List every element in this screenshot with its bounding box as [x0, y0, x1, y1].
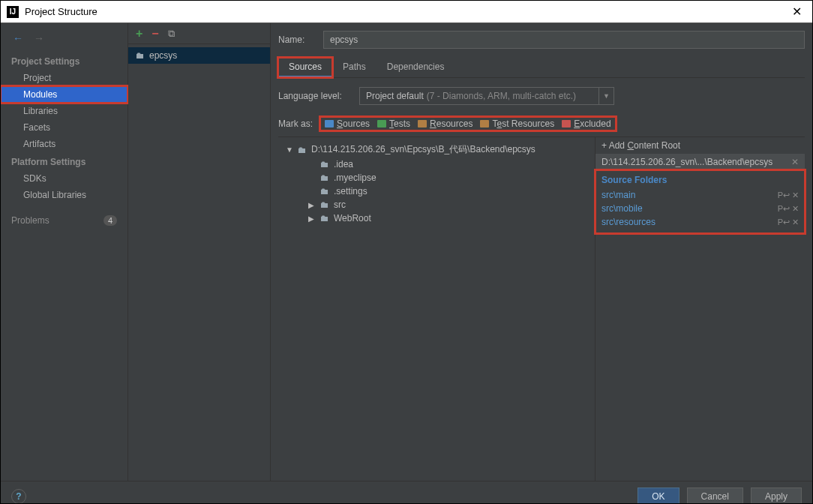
language-level-select[interactable]: Project default (7 - Diamonds, ARM, mult… — [359, 87, 614, 105]
tree-item-src[interactable]: ▶ 🖿 src — [278, 198, 595, 212]
sidebar-item-modules[interactable]: Modules — [1, 86, 128, 103]
module-list-panel: + − ⧉ 🖿 epcsys — [128, 23, 271, 481]
source-folders-section: Source Folders src\main P↩✕ src\mobile P… — [596, 170, 805, 233]
source-folders-title: Source Folders — [602, 175, 799, 185]
section-project-settings: Project Settings — [1, 52, 128, 70]
window-title: Project Structure — [25, 6, 788, 17]
tree-root[interactable]: ▼ 🖿 D:\114.215.206.26_svn\Epcsys\B_代码\Ba… — [278, 142, 595, 158]
source-folder-resources[interactable]: src\resources P↩✕ — [602, 215, 799, 229]
tree-item-myeclipse[interactable]: 🖿 .myeclipse — [278, 171, 595, 184]
module-name: epcsys — [149, 50, 177, 61]
folder-icon: 🖿 — [320, 159, 329, 170]
module-name-input[interactable] — [323, 31, 805, 49]
mark-as-label: Mark as: — [278, 118, 313, 129]
mark-as-buttons: SSourcesources Tests Resources Test Reso… — [320, 117, 616, 130]
tree-root-label: D:\114.215.206.26_svn\Epcsys\B_代码\Backen… — [311, 143, 536, 156]
close-icon[interactable]: ✕ — [788, 4, 806, 19]
source-folder-main[interactable]: src\main P↩✕ — [602, 188, 799, 202]
sidebar-item-project[interactable]: Project — [1, 70, 128, 86]
mark-resources-button[interactable]: Resources — [418, 118, 472, 129]
tree-item-idea[interactable]: 🖿 .idea — [278, 158, 595, 171]
sidebar-item-problems[interactable]: Problems 4 — [1, 212, 128, 229]
tree-item-settings[interactable]: 🖿 .settings — [278, 184, 595, 198]
tree-item-label: .idea — [334, 159, 353, 170]
remove-content-root-icon[interactable]: ✕ — [791, 157, 799, 167]
remove-source-icon[interactable]: ✕ — [792, 204, 799, 214]
chevron-right-icon: ▶ — [308, 201, 316, 209]
folder-icon — [325, 120, 334, 128]
source-folder-path: src\resources — [602, 217, 656, 227]
problems-label: Problems — [11, 215, 50, 226]
remove-module-icon[interactable]: − — [152, 27, 158, 40]
tab-sources[interactable]: Sources — [278, 58, 332, 77]
source-folder-path: src\mobile — [602, 203, 643, 214]
add-content-root-button[interactable]: + Add Content Root — [596, 137, 805, 154]
folder-icon — [377, 120, 386, 128]
module-details: Name: Sources Paths Dependencies Languag… — [271, 23, 812, 481]
titlebar: IJ Project Structure ✕ — [1, 1, 812, 23]
folder-icon: 🖿 — [320, 172, 329, 183]
mark-excluded-button[interactable]: Excluded — [562, 118, 610, 129]
tree-item-webroot[interactable]: ▶ 🖿 WebRoot — [278, 212, 595, 225]
tree-item-label: src — [334, 200, 346, 210]
chevron-down-icon: ▼ — [286, 146, 293, 154]
module-item-epcsys[interactable]: 🖿 epcsys — [128, 47, 270, 64]
cancel-button[interactable]: Cancel — [687, 488, 743, 504]
language-level-label: Language level: — [278, 91, 350, 101]
tab-dependencies[interactable]: Dependencies — [376, 58, 455, 77]
detail-tabs: Sources Paths Dependencies — [278, 58, 805, 78]
forward-icon[interactable]: → — [34, 32, 44, 44]
edit-properties-icon[interactable]: P↩ — [778, 204, 790, 214]
source-folder-path: src\main — [602, 190, 635, 200]
folder-icon: 🖿 — [320, 186, 329, 196]
remove-source-icon[interactable]: ✕ — [792, 190, 799, 200]
remove-source-icon[interactable]: ✕ — [792, 218, 799, 227]
folder-icon: 🖿 — [320, 200, 329, 210]
sidebar: ← → Project Settings Project Modules Lib… — [1, 23, 128, 481]
folder-icon: 🖿 — [320, 213, 329, 224]
name-label: Name: — [278, 34, 316, 45]
dialog-footer: ? OK Cancel Apply — [1, 481, 812, 504]
content-tree: ▼ 🖿 D:\114.215.206.26_svn\Epcsys\B_代码\Ba… — [278, 137, 595, 481]
sidebar-item-libraries[interactable]: Libraries — [1, 103, 128, 119]
sidebar-item-sdks[interactable]: SDKs — [1, 170, 128, 187]
folder-icon: 🖿 — [298, 145, 307, 155]
section-platform-settings: Platform Settings — [1, 152, 128, 170]
folder-icon — [480, 120, 489, 128]
ok-button[interactable]: OK — [638, 488, 679, 504]
edit-properties-icon[interactable]: P↩ — [778, 218, 790, 227]
mark-tests-button[interactable]: Tests — [377, 118, 410, 129]
apply-button[interactable]: Apply — [751, 488, 802, 504]
mark-test-resources-button[interactable]: Test Resources — [480, 118, 554, 129]
chevron-down-icon: ▼ — [598, 88, 614, 104]
folder-icon: 🖿 — [136, 50, 145, 61]
add-module-icon[interactable]: + — [136, 27, 142, 40]
tree-item-label: WebRoot — [334, 213, 371, 224]
app-icon: IJ — [7, 6, 19, 18]
tab-paths[interactable]: Paths — [332, 58, 376, 77]
sidebar-item-facets[interactable]: Facets — [1, 119, 128, 136]
help-button[interactable]: ? — [11, 489, 26, 504]
problems-count-badge: 4 — [104, 215, 117, 226]
tree-item-label: .settings — [334, 186, 368, 196]
copy-module-icon[interactable]: ⧉ — [168, 28, 175, 40]
sidebar-item-global-libraries[interactable]: Global Libraries — [1, 187, 128, 203]
mark-sources-button[interactable]: SSourcesources — [325, 118, 370, 129]
content-root-panel: + Add Content Root D:\114.215.206.26_svn… — [595, 137, 805, 481]
back-icon[interactable]: ← — [13, 32, 23, 44]
sidebar-item-artifacts[interactable]: Artifacts — [1, 136, 128, 152]
folder-icon — [418, 120, 427, 128]
tree-item-label: .myeclipse — [334, 172, 376, 183]
content-root-header[interactable]: D:\114.215.206.26_svn\...\Backend\epcsys… — [596, 154, 805, 170]
language-level-desc: (7 - Diamonds, ARM, multi-catch etc.) — [427, 91, 576, 101]
edit-properties-icon[interactable]: P↩ — [778, 190, 790, 200]
source-folder-mobile[interactable]: src\mobile P↩✕ — [602, 202, 799, 215]
content-root-path: D:\114.215.206.26_svn\...\Backend\epcsys — [602, 157, 772, 167]
folder-icon — [562, 120, 571, 128]
language-level-value: Project default — [366, 91, 424, 101]
chevron-right-icon: ▶ — [308, 214, 316, 223]
